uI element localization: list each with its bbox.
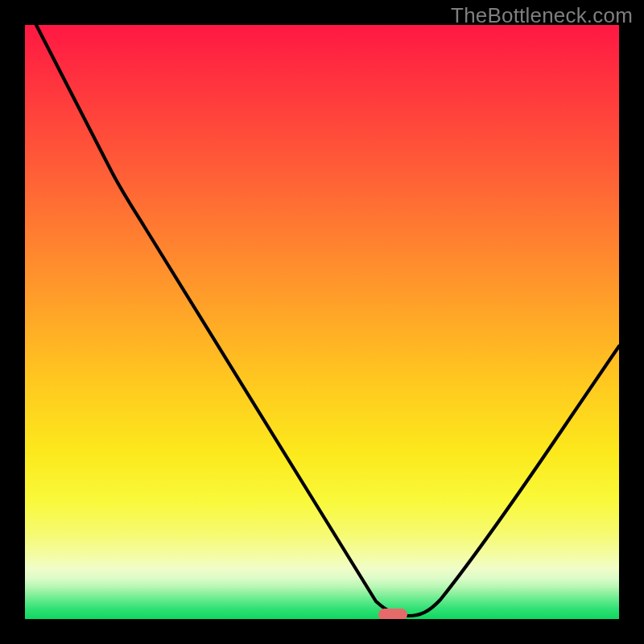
bottleneck-curve	[25, 25, 619, 619]
plot-area	[25, 25, 619, 619]
curve-path	[36, 25, 619, 616]
chart-frame: TheBottleneck.com	[0, 0, 644, 644]
watermark-text: TheBottleneck.com	[451, 3, 633, 28]
optimal-marker	[378, 609, 407, 619]
